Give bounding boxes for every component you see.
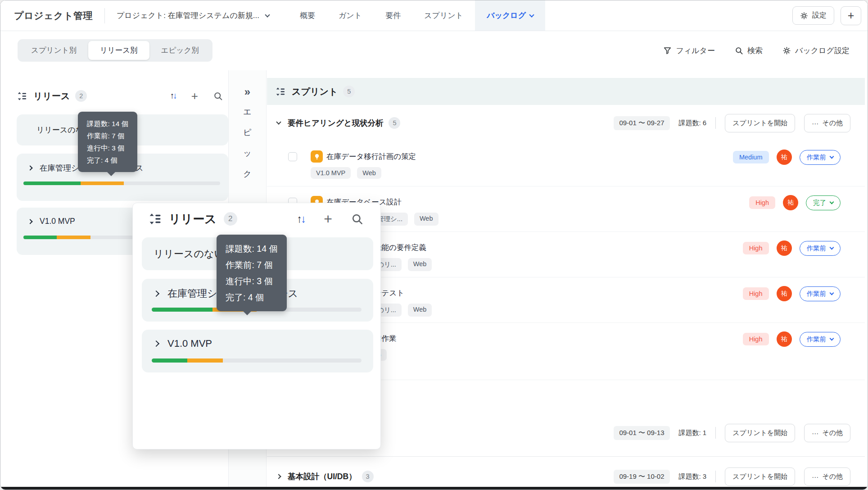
gear-icon xyxy=(782,46,791,55)
release-count-badge: 2 xyxy=(75,90,87,102)
tab-overview[interactable]: 概要 xyxy=(288,0,327,31)
sprint-group-controls: 09-01 〜 09-27 課題数: 6 スプリントを開始 ··· その他 xyxy=(614,114,850,132)
app-title: プロジェクト管理 xyxy=(14,9,93,22)
backlog-settings-button[interactable]: バックログ設定 xyxy=(782,45,850,56)
tooltip-line-total: 課題数: 14 個 xyxy=(87,118,128,130)
task-meta: High 祐 作業前 xyxy=(743,286,841,301)
task-checkbox[interactable] xyxy=(288,152,297,161)
status-dropdown[interactable]: 完了 xyxy=(806,195,841,210)
settings-button-label: 設定 xyxy=(812,11,827,20)
tooltip-line-todo: 作業前: 7 個 xyxy=(226,257,278,273)
epic-strip-label: エ xyxy=(243,106,251,117)
assignee-avatar: 祐 xyxy=(777,240,792,256)
more-button[interactable]: ··· その他 xyxy=(804,424,850,442)
settings-button[interactable]: 設定 xyxy=(792,6,834,25)
sort-icon[interactable]: ↑↓ xyxy=(170,91,176,101)
divider xyxy=(715,117,716,129)
filter-label: フィルター xyxy=(676,45,715,56)
status-dropdown[interactable]: 作業前 xyxy=(800,332,841,347)
status-dropdown[interactable]: 作業前 xyxy=(800,241,841,256)
tab-sprint[interactable]: スプリント xyxy=(412,0,475,31)
release-item-v1-mvp[interactable]: V1.0 MVP xyxy=(142,330,373,372)
task-title: 在庫データ移行計画の策定 xyxy=(326,152,416,162)
release-panel-title: リリース xyxy=(169,211,217,227)
collapse-icon[interactable] xyxy=(276,119,281,124)
assignee-avatar: 祐 xyxy=(783,195,798,210)
progress-done-segment xyxy=(152,358,187,363)
group-divider xyxy=(267,456,865,457)
epic-strip-label: ッ xyxy=(243,148,251,159)
status-dropdown[interactable]: 作業前 xyxy=(800,150,841,165)
epic-strip-label: ピ xyxy=(243,127,251,138)
release-panel-drag-overlay[interactable]: リリース 2 ↑↓ + リリースのない課題 在庫管理システムのリリース xyxy=(132,203,381,449)
more-button[interactable]: ··· その他 xyxy=(804,467,850,486)
sprint-issue-count: 課題数: 3 xyxy=(679,472,707,481)
sprint-dates: 09-01 〜 09-13 xyxy=(614,426,669,440)
task-tags: 管理シ... Web xyxy=(372,213,439,226)
story-type-icon xyxy=(311,150,323,163)
tooltip-line-todo: 作業前: 7 個 xyxy=(87,130,128,142)
view-toolbar: スプリント別 リリース別 エピック別 フィルター 検索 バックログ設定 xyxy=(0,32,868,69)
progress-done-segment xyxy=(152,308,212,312)
tooltip-line-done: 完了: 4 個 xyxy=(226,289,278,305)
release-progress-bar xyxy=(23,181,220,185)
plus-icon: + xyxy=(848,9,854,22)
assignee-avatar: 祐 xyxy=(777,286,792,301)
start-sprint-button[interactable]: スプリントを開始 xyxy=(725,114,795,132)
expand-epic-icon[interactable]: » xyxy=(244,87,250,96)
release-panel-actions: ↑↓ + xyxy=(297,213,363,225)
search-icon[interactable] xyxy=(213,91,223,101)
start-sprint-button[interactable]: スプリントを開始 xyxy=(725,467,795,486)
project-selector[interactable]: プロジェクト: 在庫管理システムの新規... xyxy=(117,10,269,21)
tag-web: Web xyxy=(357,167,381,179)
main-tabs: 概要 ガント 要件 スプリント バックログ xyxy=(288,0,545,31)
add-release-icon[interactable]: + xyxy=(324,214,332,223)
expand-icon[interactable] xyxy=(276,474,281,479)
release-panel-header: リリース 2 ↑↓ + xyxy=(148,211,363,227)
more-button-label: その他 xyxy=(822,429,843,437)
view-mode-epic[interactable]: エピック別 xyxy=(149,41,211,60)
sprint-issue-count: 課題数: 6 xyxy=(679,119,707,127)
search-button[interactable]: 検索 xyxy=(735,45,763,56)
more-button[interactable]: ··· その他 xyxy=(804,114,850,132)
task-meta: Medium 祐 作業前 xyxy=(733,150,841,165)
progress-active-segment xyxy=(187,358,223,363)
release-count-badge: 2 xyxy=(224,212,237,226)
progress-done-segment xyxy=(23,236,57,239)
release-panel-title: リリース xyxy=(33,90,70,102)
task-row[interactable]: 在庫データ移行計画の策定 V1.0 MVP Web Medium 祐 作業前 xyxy=(267,141,865,186)
view-mode-release[interactable]: リリース別 xyxy=(88,41,149,60)
filter-button[interactable]: フィルター xyxy=(663,45,715,56)
release-stats-tooltip: 課題数: 14 個 作業前: 7 個 進行中: 3 個 完了: 4 個 xyxy=(217,235,287,311)
release-panel-header: リリース 2 ↑↓ + xyxy=(17,88,228,104)
sprint-group-controls: 09-01 〜 09-13 課題数: 1 スプリントを開始 ··· その他 xyxy=(614,424,850,442)
window-bottom-edge xyxy=(0,487,868,490)
tooltip-line-done: 完了: 4 個 xyxy=(87,154,128,166)
sprint-group-title: 基本設計（UI/DB） xyxy=(288,471,357,482)
release-item-label: V1.0 MVP xyxy=(40,217,75,226)
sort-icon[interactable]: ↑↓ xyxy=(297,213,305,225)
add-button[interactable]: + xyxy=(841,6,861,25)
ellipsis-icon: ··· xyxy=(812,473,818,481)
view-mode-sprint[interactable]: スプリント別 xyxy=(19,41,88,60)
sprint-panel-title: スプリント xyxy=(292,86,338,98)
release-list-icon xyxy=(17,91,27,101)
sprint-group-count-badge: 3 xyxy=(362,471,374,482)
tab-backlog-label: バックログ xyxy=(487,10,526,21)
sprint-group-requirements: 要件ヒアリングと現状分析 5 09-01 〜 09-27 課題数: 6 スプリン… xyxy=(267,105,865,141)
assignee-avatar: 祐 xyxy=(777,331,792,347)
status-dropdown[interactable]: 作業前 xyxy=(800,286,841,301)
search-icon[interactable] xyxy=(351,213,363,225)
sprint-dates: 09-19 〜 10-02 xyxy=(614,470,669,484)
sprint-issue-count: 課題数: 1 xyxy=(679,429,707,437)
start-sprint-button[interactable]: スプリントを開始 xyxy=(725,424,795,442)
tab-requirements[interactable]: 要件 xyxy=(374,0,412,31)
tab-backlog[interactable]: バックログ xyxy=(475,0,545,31)
tooltip-line-inprogress: 進行中: 3 個 xyxy=(226,273,278,289)
divider xyxy=(715,471,716,482)
project-selector-label: プロジェクト: 在庫管理システムの新規... xyxy=(117,10,259,21)
priority-badge: Medium xyxy=(733,151,769,163)
add-release-icon[interactable]: + xyxy=(191,91,198,100)
tab-gantt[interactable]: ガント xyxy=(327,0,374,31)
release-panel-actions: ↑↓ + xyxy=(170,91,228,101)
